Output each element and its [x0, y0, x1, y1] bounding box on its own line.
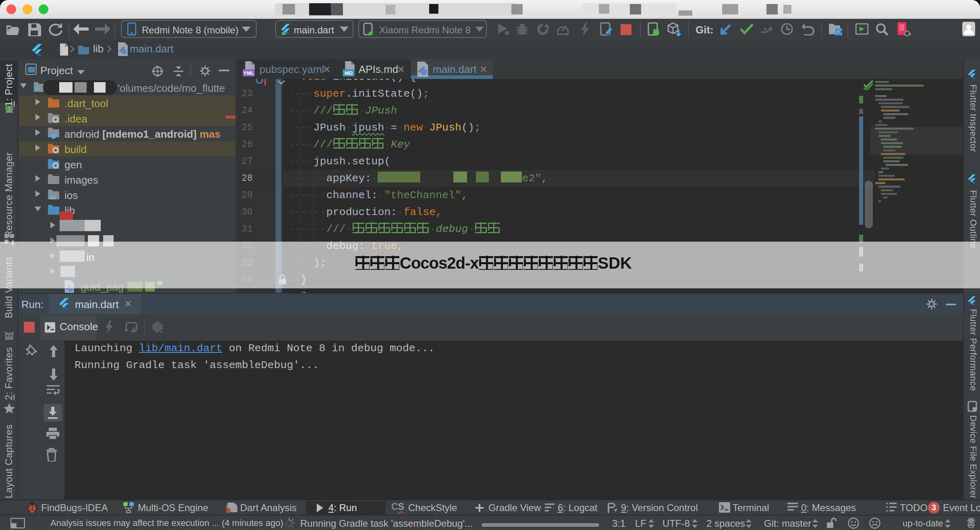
svg-text:MD: MD	[345, 70, 353, 76]
svg-text:YML: YML	[243, 70, 254, 76]
